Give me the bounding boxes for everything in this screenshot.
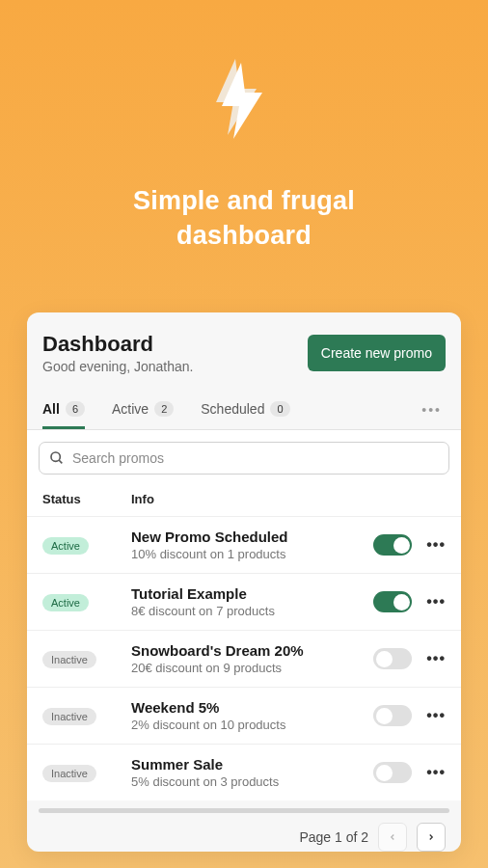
svg-point-0: [51, 452, 60, 461]
chevron-left-icon: [388, 832, 397, 842]
enable-toggle[interactable]: [373, 648, 412, 669]
tab-count-badge: 6: [66, 401, 85, 417]
status-badge: Inactive: [42, 651, 96, 668]
tab-all[interactable]: All 6: [42, 390, 85, 429]
promo-title: Tutorial Example: [131, 585, 368, 602]
table-row: Inactive Weekend 5% 2% discount on 10 pr…: [27, 687, 461, 744]
lightning-bolt-icon: [0, 58, 488, 145]
search-box[interactable]: [39, 442, 449, 475]
tab-count-badge: 2: [154, 401, 174, 417]
row-actions-icon[interactable]: •••: [417, 536, 446, 554]
prev-page-button[interactable]: [378, 823, 407, 852]
next-page-button[interactable]: [417, 823, 446, 852]
tab-active[interactable]: Active 2: [112, 390, 174, 429]
status-badge: Inactive: [42, 708, 96, 725]
table-row: Inactive Summer Sale 5% discount on 3 pr…: [27, 744, 461, 800]
tab-count-badge: 0: [270, 401, 289, 417]
enable-toggle[interactable]: [373, 534, 412, 556]
row-actions-icon[interactable]: •••: [417, 764, 446, 781]
enable-toggle[interactable]: [373, 762, 412, 783]
tab-label: Active: [112, 401, 149, 417]
status-badge: Active: [42, 537, 89, 555]
status-badge: Inactive: [42, 765, 96, 782]
enable-toggle[interactable]: [373, 705, 412, 726]
tab-scheduled[interactable]: Scheduled 0: [201, 390, 289, 429]
row-actions-icon[interactable]: •••: [417, 650, 446, 667]
greeting-text: Good evening, Jonathan.: [42, 359, 193, 374]
svg-line-1: [59, 460, 62, 463]
promo-subtitle: 2% discount on 10 products: [131, 718, 368, 732]
row-actions-icon[interactable]: •••: [417, 707, 446, 724]
tab-label: All: [42, 401, 60, 417]
search-input[interactable]: [72, 450, 439, 466]
tabs-more-icon[interactable]: •••: [418, 394, 446, 425]
table-row: Active Tutorial Example 8€ discount on 7…: [27, 573, 461, 630]
tab-label: Scheduled: [201, 401, 264, 417]
status-badge: Active: [42, 594, 89, 611]
horizontal-scrollbar[interactable]: [39, 808, 449, 813]
promo-subtitle: 10% discount on 1 products: [131, 547, 368, 561]
chevron-right-icon: [426, 832, 436, 842]
promo-title: Weekend 5%: [131, 699, 368, 716]
column-header-info: Info: [131, 492, 446, 506]
promo-title: Summer Sale: [131, 756, 368, 773]
search-icon: [49, 450, 65, 466]
hero-headline: Simple and frugal dashboard: [0, 183, 488, 254]
table-row: Inactive Snowboard's Dream 20% 20€ disco…: [27, 630, 461, 687]
column-header-status: Status: [42, 492, 131, 506]
page-title: Dashboard: [42, 332, 193, 357]
row-actions-icon[interactable]: •••: [417, 593, 446, 610]
promo-title: Snowboard's Dream 20%: [131, 642, 368, 659]
pagination-label: Page 1 of 2: [299, 829, 368, 845]
create-promo-button[interactable]: Create new promo: [308, 335, 446, 371]
promo-subtitle: 20€ discount on 9 products: [131, 661, 368, 675]
table-row: Active New Promo Scheduled 10% discount …: [27, 516, 461, 573]
dashboard-card: Dashboard Good evening, Jonathan. Create…: [27, 312, 461, 852]
promo-title: New Promo Scheduled: [131, 529, 368, 545]
promo-subtitle: 5% discount on 3 products: [131, 774, 368, 789]
enable-toggle[interactable]: [373, 591, 412, 612]
promo-subtitle: 8€ discount on 7 products: [131, 604, 368, 618]
